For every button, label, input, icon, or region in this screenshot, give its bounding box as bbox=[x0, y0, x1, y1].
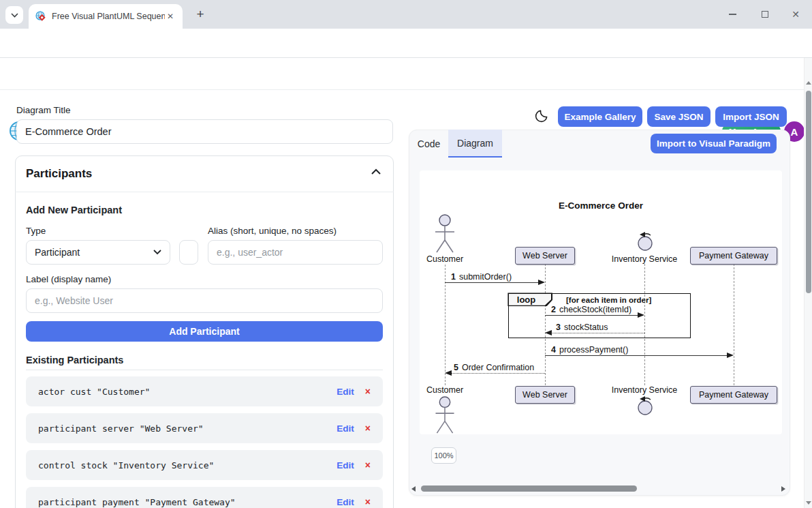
participant-name: Customer bbox=[426, 385, 463, 395]
example-gallery-button[interactable]: Example Gallery bbox=[558, 106, 642, 127]
arrowhead-left bbox=[445, 370, 452, 376]
display-name-placeholder: e.g., Website User bbox=[35, 295, 113, 306]
participant-row: participant payment "Payment Gateway" Ed… bbox=[26, 487, 383, 508]
message-line bbox=[548, 333, 644, 333]
close-icon: ✕ bbox=[792, 9, 800, 20]
tab-title: Free Visual PlantUML Sequence bbox=[52, 12, 165, 21]
message-number: 4 bbox=[551, 345, 556, 355]
participant-row: participant server "Web Server" Edit × bbox=[26, 413, 383, 443]
message-number: 1 bbox=[451, 272, 456, 282]
tab-search-button[interactable] bbox=[5, 6, 23, 24]
type-select-value: Participant bbox=[35, 247, 80, 258]
participant-box: Payment Gateway bbox=[690, 247, 777, 265]
vertical-scrollbar-thumb[interactable] bbox=[806, 91, 811, 293]
site-favicon bbox=[35, 11, 46, 22]
zoom-level-badge[interactable]: 100% bbox=[431, 447, 456, 464]
arrowhead-right bbox=[727, 353, 734, 358]
participant-color-box[interactable] bbox=[179, 240, 198, 265]
add-participant-button[interactable]: Add Participant bbox=[26, 321, 383, 342]
control-icon bbox=[636, 395, 655, 416]
participant-code: control stock "Inventory Service" bbox=[38, 460, 214, 470]
diagram-title: E-Commerce Order bbox=[420, 200, 782, 211]
window-close-button[interactable]: ✕ bbox=[786, 5, 805, 23]
alias-placeholder: e.g., user_actor bbox=[217, 247, 283, 258]
participant-row: actor cust "Customer" Edit × bbox=[26, 376, 383, 406]
type-label: Type bbox=[26, 226, 46, 236]
message-text: processPayment() bbox=[559, 345, 628, 355]
scroll-up-arrow-icon[interactable] bbox=[806, 81, 811, 85]
vertical-scrollbar[interactable] bbox=[804, 58, 812, 508]
arrowhead-left bbox=[545, 330, 552, 335]
delete-participant-button[interactable]: × bbox=[365, 423, 371, 434]
scroll-right-arrow-icon[interactable] bbox=[781, 486, 785, 492]
message-line bbox=[445, 282, 544, 283]
browser-toolbar: ← → ⟳ ai-toolbox.visual-paradigm.com/app… bbox=[0, 29, 812, 58]
edit-participant-link[interactable]: Edit bbox=[337, 460, 354, 470]
edit-participant-link[interactable]: Edit bbox=[337, 423, 354, 434]
select-chevron-down-icon bbox=[153, 250, 161, 255]
import-json-button[interactable]: Import JSON bbox=[715, 106, 787, 127]
scroll-down-arrow-icon[interactable] bbox=[806, 501, 811, 505]
message-number: 5 bbox=[454, 363, 458, 372]
existing-participants-title: Existing Participants bbox=[26, 355, 123, 365]
display-name-input[interactable]: e.g., Website User bbox=[26, 288, 383, 313]
message-label: 3stockStatus bbox=[556, 323, 608, 332]
participant-code: actor cust "Customer" bbox=[38, 387, 150, 397]
window-maximize-button[interactable] bbox=[755, 5, 775, 23]
delete-participant-button[interactable]: × bbox=[365, 496, 371, 507]
loop-label-tab: loop bbox=[507, 293, 552, 306]
message-text: submitOrder() bbox=[459, 272, 512, 282]
scroll-left-arrow-icon[interactable] bbox=[411, 486, 416, 492]
browser-tab[interactable]: Free Visual PlantUML Sequence ✕ bbox=[29, 4, 183, 29]
window-minimize-button[interactable] bbox=[723, 5, 742, 23]
tab-close-icon[interactable]: ✕ bbox=[165, 12, 176, 21]
alias-input[interactable]: e.g., user_actor bbox=[208, 240, 383, 265]
delete-participant-button[interactable]: × bbox=[365, 386, 371, 397]
edit-participant-link[interactable]: Edit bbox=[337, 497, 354, 507]
message-label: 4processPayment() bbox=[551, 345, 628, 355]
browser-tab-strip: Free Visual PlantUML Sequence ✕ + ✕ bbox=[0, 0, 812, 29]
participant-name: Inventory Service bbox=[612, 254, 678, 264]
save-json-button[interactable]: Save JSON bbox=[647, 106, 710, 127]
message-number: 3 bbox=[556, 323, 561, 332]
actor-icon bbox=[431, 214, 458, 254]
tab-diagram[interactable]: Diagram bbox=[448, 130, 502, 158]
app-header: PlantUML Sequence Diagram Builder Powere… bbox=[0, 58, 812, 90]
diagram-title-label: Diagram Title bbox=[16, 105, 71, 115]
message-text: stockStatus bbox=[564, 323, 608, 332]
delete-participant-button[interactable]: × bbox=[365, 460, 371, 470]
participant-code: participant server "Web Server" bbox=[38, 423, 204, 434]
loop-guard: [for each item in order] bbox=[566, 296, 651, 304]
participant-row: control stock "Inventory Service" Edit × bbox=[26, 450, 383, 480]
message-text: checkStock(itemId) bbox=[559, 305, 631, 314]
message-line bbox=[545, 355, 732, 356]
diagram-title-value: E-Commerce Order bbox=[25, 126, 112, 137]
existing-participants-divider bbox=[26, 370, 383, 370]
moon-icon[interactable] bbox=[534, 108, 549, 123]
message-line bbox=[448, 373, 545, 374]
diagram-title-input[interactable]: E-Commerce Order bbox=[16, 119, 393, 144]
participant-box: Web Server bbox=[515, 247, 575, 265]
import-to-visual-paradigm-button[interactable]: Import to Visual Paradigm bbox=[651, 134, 777, 153]
tab-code[interactable]: Code bbox=[409, 130, 448, 158]
edit-participant-link[interactable]: Edit bbox=[337, 387, 354, 397]
add-new-participant-title: Add New Participant bbox=[26, 205, 122, 215]
horizontal-scrollbar[interactable] bbox=[410, 484, 787, 493]
new-tab-button[interactable]: + bbox=[192, 7, 208, 23]
collapse-chevron-up-icon[interactable] bbox=[371, 168, 381, 175]
display-name-label: Label (display name) bbox=[26, 274, 111, 284]
message-line bbox=[545, 315, 643, 316]
message-label: 2checkStock(itemId) bbox=[551, 305, 631, 314]
arrowhead-right bbox=[538, 280, 545, 285]
horizontal-scrollbar-thumb[interactable] bbox=[421, 485, 637, 492]
maximize-icon bbox=[762, 11, 768, 18]
type-select[interactable]: Participant bbox=[26, 240, 170, 265]
minimize-icon bbox=[729, 14, 736, 15]
control-icon bbox=[636, 231, 655, 252]
message-text: Order Confirmation bbox=[462, 363, 534, 372]
sequence-diagram-canvas[interactable]: E-Commerce Order Customer Web Server Inv… bbox=[420, 170, 782, 434]
participants-section-title: Participants bbox=[26, 167, 92, 181]
alias-label: Alias (short, unique, no spaces) bbox=[208, 226, 337, 236]
actor-icon bbox=[431, 396, 458, 434]
participant-box: Payment Gateway bbox=[690, 386, 777, 404]
